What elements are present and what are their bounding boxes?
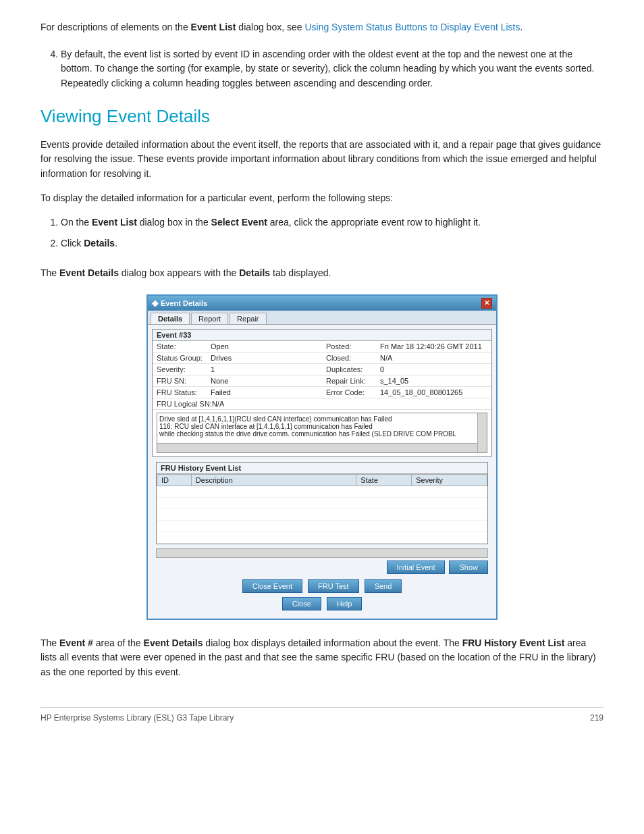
event-details-dialog: ◆ Event Details ✕ Details Report Repair … [146,294,498,620]
dialog-close-button[interactable]: ✕ [481,298,492,309]
list-item-4: By default, the event list is sorted by … [61,47,603,91]
fru-horizontal-scrollbar[interactable] [156,548,488,558]
numbered-list: By default, the event list is sorted by … [61,47,603,91]
fru-test-button[interactable]: FRU Test [308,579,359,593]
field-status-group-value: Drives [211,354,232,362]
event-section: Event #33 State: Open Status Group: Driv… [152,329,492,457]
vertical-scrollbar[interactable] [477,413,487,452]
step-2: Click Details. [61,236,603,251]
dialog-title: Event Details [161,299,207,307]
field-state-value: Open [211,342,229,350]
fru-empty-row-3 [157,509,487,520]
field-status-group-label: Status Group: [157,354,211,362]
field-fru-sn-value: None [211,377,228,385]
field-error-code-value: 14_05_18_00_80801265 [380,388,462,396]
close-event-button[interactable]: Close Event [242,579,302,593]
fru-history-legend: FRU History Event List [157,463,487,474]
intro-paragraph: For descriptions of elements on the Even… [41,20,603,35]
titlebar-left: ◆ Event Details [152,298,207,308]
event-text-line-3: while checking status the drive drive co… [159,430,485,438]
step2-bold: Details [84,238,115,249]
field-repair-link: Repair Link: s_14_05 [322,375,491,387]
event-text-line-1: Drive sled at [1,4,1,6,1,1](RCU sled CAN… [159,415,485,423]
col-severity: Severity [412,474,487,486]
field-fru-sn: FRU SN: None [153,375,322,387]
field-fru-status: FRU Status: Failed [153,387,322,398]
post-pre: The [41,637,59,648]
field-repair-link-label: Repair Link: [326,377,380,385]
dialog-appear-post: tab displayed. [270,267,331,278]
initial-show-btn-row: Initial Event Show [152,558,492,577]
event-fields: State: Open Status Group: Drives Severit… [153,341,491,410]
horizontal-scrollbar[interactable] [157,443,477,452]
dialog-icon: ◆ [152,298,158,308]
send-button[interactable]: Send [365,579,402,593]
steps-list: On the Event List dialog box in the Sele… [61,215,603,251]
fru-header-row: ID Description State Severity [157,474,487,486]
section-para-1: Events provide detailed information abou… [41,138,603,182]
field-empty-value [326,400,328,408]
tab-report[interactable]: Report [191,313,228,324]
field-duplicates-label: Duplicates: [326,365,380,373]
field-fru-sn-label: FRU SN: [157,377,211,385]
help-button[interactable]: Help [327,597,363,610]
field-posted: Posted: Fri Mar 18 12:40:26 GMT 2011 [322,341,491,353]
field-posted-value: Fri Mar 18 12:40:26 GMT 2011 [380,342,482,350]
intro-text-mid: dialog box, see [236,22,304,32]
field-fru-logical-sn-value: N/A [212,400,224,408]
field-duplicates: Duplicates: 0 [322,364,491,375]
dialog-tabs: Details Report Repair [148,311,496,325]
post-bold1: Event # [59,637,93,648]
dialog-appear-mid: dialog box appears with the [119,267,239,278]
footer-page-number: 219 [590,713,603,723]
post-mid1: area of the [93,637,144,648]
step2-pre: Click [61,238,84,249]
tab-repair[interactable]: Repair [230,313,266,324]
field-fru-logical-sn-label: FRU Logical SN: [157,400,212,408]
show-button[interactable]: Show [449,561,488,574]
fru-empty-row-1 [157,486,487,497]
step-1: On the Event List dialog box in the Sele… [61,215,603,230]
field-severity-label: Severity: [157,365,211,373]
field-closed-value: N/A [380,354,392,362]
post-bold2: Event Details [144,637,203,648]
step2-post: . [115,238,117,249]
bottom-btn-row: Close Help [152,596,492,615]
fru-table-body [157,486,487,543]
post-mid2: dialog box displays detailed information… [203,637,462,648]
event-section-legend: Event #33 [153,330,491,341]
field-posted-label: Posted: [326,342,380,350]
field-fru-status-label: FRU Status: [157,388,211,396]
fields-right: Posted: Fri Mar 18 12:40:26 GMT 2011 Clo… [322,341,491,410]
close-button[interactable]: Close [282,597,321,610]
dialog-appear-bold1: Event Details [59,267,119,278]
intro-text-after: . [520,22,522,32]
field-fru-status-value: Failed [211,388,231,396]
step1-pre: On the [61,217,92,228]
system-status-link[interactable]: Using System Status Buttons to Display E… [304,22,520,32]
field-state-label: State: [157,342,211,350]
dialog-appear-pre: The [41,267,59,278]
field-status-group: Status Group: Drives [153,353,322,364]
dialog-appear-bold2: Details [239,267,270,278]
post-dialog-para: The Event # area of the Event Details di… [41,636,603,680]
field-duplicates-value: 0 [380,365,384,373]
field-severity-value: 1 [211,365,215,373]
step1-mid: dialog box in the [137,217,211,228]
field-empty [322,398,491,410]
dialog-appear-text: The Event Details dialog box appears wit… [41,266,603,281]
fru-history-section: FRU History Event List ID Description St… [156,462,488,544]
section-heading: Viewing Event Details [41,106,603,127]
fru-history-table: ID Description State Severity [157,474,487,544]
field-severity: Severity: 1 [153,364,322,375]
event-text-area: Drive sled at [1,4,1,6,1,1](RCU sled CAN… [157,413,487,453]
event-list-bold: Event List [191,22,236,32]
col-state: State [356,474,412,486]
initial-event-button[interactable]: Initial Event [387,561,446,574]
step1-bold1: Event List [92,217,137,228]
section-para-2: To display the detailed information for … [41,191,603,206]
event-text-line-2: 116: RCU sled CAN interface at [1,4,1,6,… [159,423,485,430]
footer-left: HP Enterprise Systems Library (ESL) G3 T… [41,713,234,723]
tab-details[interactable]: Details [151,313,190,324]
dialog-body: Event #33 State: Open Status Group: Driv… [148,325,496,619]
